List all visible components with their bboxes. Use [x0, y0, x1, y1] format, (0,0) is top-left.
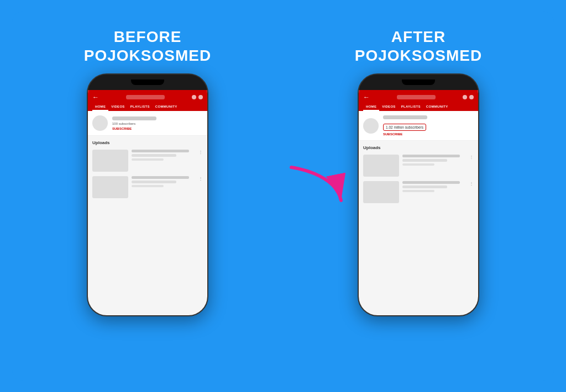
after-channel-avatar: [363, 118, 379, 134]
after-channel-name: [383, 115, 427, 119]
highlight-arrow: [280, 162, 352, 211]
phone-top-bar-after: [359, 75, 478, 90]
after-yt-header: ← HOME VIDEOS PLAYLISTS COMMUNITY: [359, 90, 478, 111]
after-back-arrow: ←: [363, 93, 370, 101]
after-video-meta-2: [402, 190, 434, 192]
after-video-row-1: ⋮: [363, 155, 474, 177]
after-search-icon: [463, 95, 467, 99]
after-screen: ← HOME VIDEOS PLAYLISTS COMMUNITY: [359, 90, 478, 315]
before-channel-details: 100 subscribers SUBSCRIBE: [112, 116, 203, 130]
after-line2: POJOKSOSMED: [355, 47, 482, 64]
before-video-meta-2: [132, 185, 164, 187]
before-video-info-1: [132, 150, 195, 161]
after-channel-info: 1.02 million subscribers SUBSCRIBE: [359, 111, 478, 141]
before-yt-header: ← HOME VIDEOS PLAYLISTS COMMUNITY: [88, 90, 207, 111]
after-side: AFTER POJOKSOSMED: [294, 28, 543, 316]
before-more-icon: [198, 95, 203, 99]
after-yt-top-row: ←: [363, 93, 474, 101]
after-yt-tabs: HOME VIDEOS PLAYLISTS COMMUNITY: [363, 103, 474, 111]
after-channel-name-bar: [397, 95, 436, 99]
before-line1: BEFORE: [114, 28, 182, 45]
before-sub-count: 100 subscribers: [112, 122, 203, 125]
after-uploads-title: Uploads: [363, 145, 474, 150]
before-channel-avatar: [92, 115, 108, 131]
after-line1: AFTER: [391, 28, 446, 45]
before-subscribe-btn[interactable]: SUBSCRIBE: [112, 127, 203, 130]
before-heading: BEFORE POJOKSOSMED: [84, 28, 211, 65]
after-video-title-2b: [402, 186, 447, 188]
before-channel-info: 100 subscribers SUBSCRIBE: [88, 111, 207, 136]
after-video-thumb-1: [363, 155, 399, 177]
after-sub-count-highlight: 1.02 million subscribers: [383, 124, 426, 131]
before-line2: POJOKSOSMED: [84, 47, 211, 64]
before-yt-top-row: ←: [92, 93, 203, 101]
after-phone: ← HOME VIDEOS PLAYLISTS COMMUNITY: [358, 73, 479, 316]
after-uploads: Uploads ⋮: [359, 141, 478, 212]
after-channel-details: 1.02 million subscribers SUBSCRIBE: [383, 115, 474, 136]
before-yt-tabs: HOME VIDEOS PLAYLISTS COMMUNITY: [92, 103, 203, 111]
main-container: BEFORE POJOKSOSMED ←: [12, 11, 554, 381]
before-tab-home[interactable]: HOME: [92, 103, 108, 111]
before-video-thumb-1: [92, 150, 128, 172]
before-video-title-2a: [132, 176, 189, 179]
after-video-info-1: [402, 155, 466, 166]
before-uploads-title: Uploads: [92, 140, 203, 145]
after-video-meta-1: [402, 163, 434, 166]
before-channel-name-bar: [126, 95, 165, 99]
before-side: BEFORE POJOKSOSMED ←: [23, 28, 272, 316]
after-subscribe-btn[interactable]: SUBSCRIBE: [383, 133, 474, 136]
before-tab-community[interactable]: COMMUNITY: [153, 103, 180, 111]
before-video-thumb-2: [92, 176, 128, 198]
before-video-row-1: ⋮: [92, 150, 203, 172]
phone-notch-after: [402, 80, 435, 85]
before-channel-name: [112, 116, 156, 120]
after-video-title-1b: [402, 159, 447, 162]
after-tab-community[interactable]: COMMUNITY: [423, 103, 451, 111]
before-phone: ← HOME VIDEOS PLAYLISTS COMMUNITY: [87, 73, 208, 316]
after-tab-home[interactable]: HOME: [363, 103, 379, 111]
before-search-icon: [192, 95, 196, 99]
before-video-options-2[interactable]: ⋮: [198, 176, 203, 181]
after-heading: AFTER POJOKSOSMED: [355, 28, 482, 65]
before-screen: ← HOME VIDEOS PLAYLISTS COMMUNITY: [88, 90, 207, 315]
before-tab-videos[interactable]: VIDEOS: [108, 103, 127, 111]
before-back-arrow: ←: [92, 93, 99, 101]
after-video-info-2: [402, 181, 466, 192]
before-yt-icons: [192, 95, 203, 99]
phone-notch-before: [131, 80, 164, 85]
after-yt-icons: [463, 95, 474, 99]
after-more-icon: [469, 95, 474, 99]
before-uploads: Uploads ⋮: [88, 136, 207, 207]
phone-top-bar-before: [88, 75, 207, 90]
after-video-options-2[interactable]: ⋮: [469, 181, 474, 186]
after-video-thumb-2: [363, 181, 399, 203]
after-tab-videos[interactable]: VIDEOS: [379, 103, 398, 111]
after-video-options-1[interactable]: ⋮: [469, 155, 474, 160]
before-video-options-1[interactable]: ⋮: [198, 150, 203, 155]
after-video-title-1a: [402, 155, 460, 157]
before-video-title-1a: [132, 150, 189, 152]
after-video-row-2: ⋮: [363, 181, 474, 203]
after-phone-wrapper: ← HOME VIDEOS PLAYLISTS COMMUNITY: [358, 73, 479, 316]
after-tab-playlists[interactable]: PLAYLISTS: [399, 103, 423, 111]
before-video-meta-1: [132, 158, 164, 161]
before-video-title-1b: [132, 154, 176, 157]
before-video-row-2: ⋮: [92, 176, 203, 198]
before-video-info-2: [132, 176, 195, 187]
before-tab-playlists[interactable]: PLAYLISTS: [128, 103, 153, 111]
before-video-title-2b: [132, 181, 176, 183]
after-video-title-2a: [402, 181, 460, 184]
